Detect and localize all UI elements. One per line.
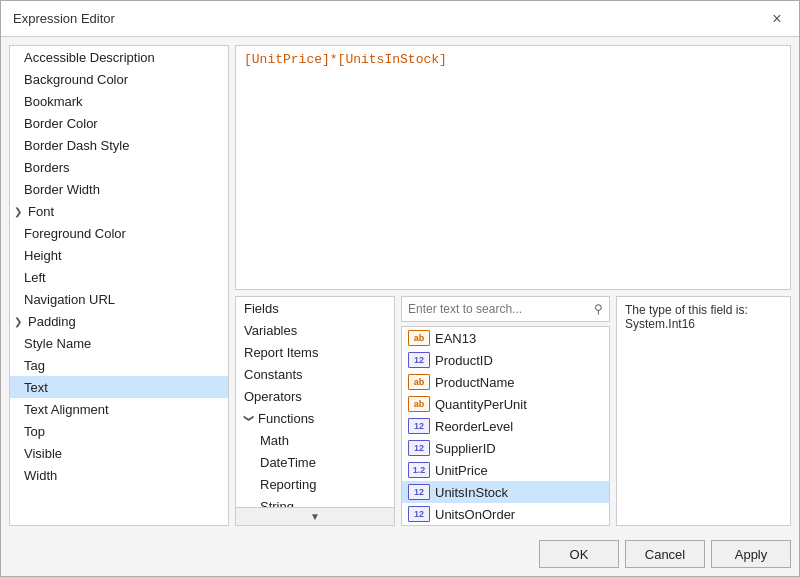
left-panel-item-padding[interactable]: ❯Padding	[10, 310, 228, 332]
item-row-ean13[interactable]: abEAN13	[402, 327, 609, 349]
left-panel: Accessible DescriptionBackground ColorBo…	[9, 45, 229, 526]
fields-item-reporting[interactable]: Reporting	[236, 473, 394, 495]
type-badge: 12	[408, 506, 430, 522]
fields-item-datetime[interactable]: DateTime	[236, 451, 394, 473]
left-panel-item-left[interactable]: Left	[10, 266, 228, 288]
item-label: UnitsInStock	[435, 485, 508, 500]
expression-editor-dialog: Expression Editor × Accessible Descripti…	[0, 0, 800, 577]
left-panel-item-label: Border Dash Style	[24, 138, 130, 153]
left-panel-item-border-dash-style[interactable]: Border Dash Style	[10, 134, 228, 156]
left-panel-item-border-color[interactable]: Border Color	[10, 112, 228, 134]
fields-item-label: Constants	[244, 367, 303, 382]
item-label: UnitsOnOrder	[435, 507, 515, 522]
fields-item-label: Operators	[244, 389, 302, 404]
fields-item-variables[interactable]: Variables	[236, 319, 394, 341]
type-badge: ab	[408, 396, 430, 412]
left-panel-item-navigation-url[interactable]: Navigation URL	[10, 288, 228, 310]
left-panel-item-accessible-description[interactable]: Accessible Description	[10, 46, 228, 68]
item-row-reorderlevel[interactable]: 12ReorderLevel	[402, 415, 609, 437]
fields-item-operators[interactable]: Operators	[236, 385, 394, 407]
dialog-title: Expression Editor	[13, 11, 115, 26]
expression-input[interactable]	[236, 46, 790, 289]
left-panel-item-label: Text Alignment	[24, 402, 109, 417]
expand-arrow-icon: ❯	[244, 413, 255, 423]
fields-item-functions[interactable]: ❯Functions	[236, 407, 394, 429]
left-panel-item-label: Border Width	[24, 182, 100, 197]
left-panel-item-background-color[interactable]: Background Color	[10, 68, 228, 90]
footer: OK Cancel Apply	[1, 534, 799, 576]
left-panel-item-label: Text	[24, 380, 48, 395]
ok-button[interactable]: OK	[539, 540, 619, 568]
items-list: abEAN1312ProductIDabProductNameabQuantit…	[401, 326, 610, 526]
item-row-unitsonorder[interactable]: 12UnitsOnOrder	[402, 503, 609, 525]
item-row-productid[interactable]: 12ProductID	[402, 349, 609, 371]
fields-item-fields[interactable]: Fields	[236, 297, 394, 319]
fields-list: FieldsVariablesReport ItemsConstantsOper…	[236, 297, 394, 507]
expand-arrow-icon: ❯	[14, 316, 24, 327]
fields-item-label: Reporting	[260, 477, 316, 492]
item-label: SupplierID	[435, 441, 496, 456]
fields-item-constants[interactable]: Constants	[236, 363, 394, 385]
item-row-unitsinstock[interactable]: 12UnitsInStock	[402, 481, 609, 503]
fields-item-label: DateTime	[260, 455, 316, 470]
item-row-quantityperunit[interactable]: abQuantityPerUnit	[402, 393, 609, 415]
type-badge: 12	[408, 484, 430, 500]
item-label: UnitPrice	[435, 463, 488, 478]
fields-item-math[interactable]: Math	[236, 429, 394, 451]
item-label: QuantityPerUnit	[435, 397, 527, 412]
item-row-supplierid[interactable]: 12SupplierID	[402, 437, 609, 459]
left-panel-item-label: Top	[24, 424, 45, 439]
left-panel-item-foreground-color[interactable]: Foreground Color	[10, 222, 228, 244]
fields-panel: FieldsVariablesReport ItemsConstantsOper…	[235, 296, 395, 526]
type-badge: ab	[408, 330, 430, 346]
fields-scroll-down[interactable]: ▼	[236, 507, 394, 525]
left-panel-item-top[interactable]: Top	[10, 420, 228, 442]
bottom-panels: FieldsVariablesReport ItemsConstantsOper…	[235, 296, 791, 526]
type-badge: 12	[408, 440, 430, 456]
fields-item-label: Fields	[244, 301, 279, 316]
search-input[interactable]	[402, 299, 588, 319]
left-panel-item-label: Visible	[24, 446, 62, 461]
type-badge: 12	[408, 418, 430, 434]
right-side: FieldsVariablesReport ItemsConstantsOper…	[235, 45, 791, 526]
left-panel-item-label: Tag	[24, 358, 45, 373]
left-panel-item-text[interactable]: Text	[10, 376, 228, 398]
fields-item-report-items[interactable]: Report Items	[236, 341, 394, 363]
item-label: EAN13	[435, 331, 476, 346]
left-panel-item-border-width[interactable]: Border Width	[10, 178, 228, 200]
left-panel-item-visible[interactable]: Visible	[10, 442, 228, 464]
left-panel-item-tag[interactable]: Tag	[10, 354, 228, 376]
left-panel-item-label: Font	[28, 204, 54, 219]
search-icon: ⚲	[588, 302, 609, 316]
left-panel-item-label: Style Name	[24, 336, 91, 351]
type-badge: 1.2	[408, 462, 430, 478]
item-label: ProductID	[435, 353, 493, 368]
left-panel-item-label: Padding	[28, 314, 76, 329]
left-panel-item-style-name[interactable]: Style Name	[10, 332, 228, 354]
fields-item-label: Report Items	[244, 345, 318, 360]
left-panel-item-label: Bookmark	[24, 94, 83, 109]
item-row-productname[interactable]: abProductName	[402, 371, 609, 393]
cancel-button[interactable]: Cancel	[625, 540, 705, 568]
left-panel-item-label: Background Color	[24, 72, 128, 87]
close-button[interactable]: ×	[767, 9, 787, 29]
left-panel-item-label: Border Color	[24, 116, 98, 131]
left-panel-item-height[interactable]: Height	[10, 244, 228, 266]
fields-item-string[interactable]: String	[236, 495, 394, 507]
left-panel-item-borders[interactable]: Borders	[10, 156, 228, 178]
left-panel-item-text-alignment[interactable]: Text Alignment	[10, 398, 228, 420]
left-panel-item-font[interactable]: ❯Font	[10, 200, 228, 222]
search-box: ⚲	[401, 296, 610, 322]
fields-item-label: String	[260, 499, 294, 508]
left-panel-item-bookmark[interactable]: Bookmark	[10, 90, 228, 112]
expand-arrow-icon: ❯	[14, 206, 24, 217]
apply-button[interactable]: Apply	[711, 540, 791, 568]
title-bar: Expression Editor ×	[1, 1, 799, 37]
type-badge: 12	[408, 352, 430, 368]
left-panel-item-width[interactable]: Width	[10, 464, 228, 486]
left-panel-item-label: Accessible Description	[24, 50, 155, 65]
item-row-unitprice[interactable]: 1.2UnitPrice	[402, 459, 609, 481]
left-panel-item-label: Borders	[24, 160, 70, 175]
fields-item-label: Functions	[258, 411, 314, 426]
left-panel-item-label: Width	[24, 468, 57, 483]
